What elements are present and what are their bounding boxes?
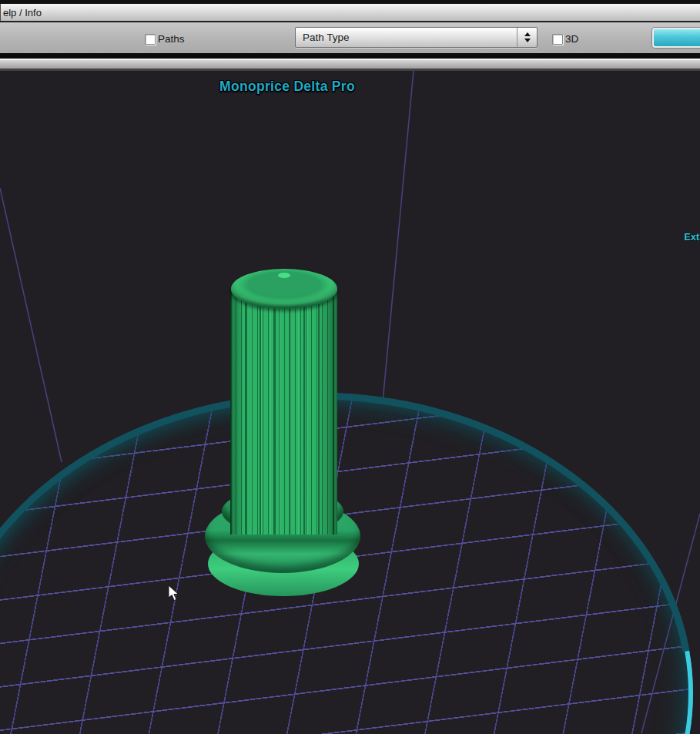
- splitter-handle: [0, 60, 700, 69]
- spinner-up-icon: [524, 32, 531, 36]
- path-type-spinner[interactable]: [517, 28, 537, 47]
- tower-line-middle: [383, 71, 414, 402]
- scene-overlay: [0, 71, 700, 734]
- printer-name-label: Monoprice Delta Pro: [0, 79, 574, 95]
- paths-checkbox[interactable]: [145, 34, 156, 45]
- 3d-checkbox-label: 3D: [565, 33, 578, 45]
- 3d-checkbox-group: 3D: [552, 33, 578, 45]
- tower-line-left: [0, 188, 62, 462]
- paths-checkbox-group: Paths: [145, 33, 185, 45]
- model-column-body: [230, 291, 337, 535]
- paths-checkbox-label: Paths: [158, 33, 185, 45]
- cyan-action-button[interactable]: [652, 28, 700, 48]
- extruder-label: Ext1: [685, 232, 700, 243]
- splitter-gap: [0, 53, 700, 59]
- model-top-nub: [278, 273, 290, 278]
- toolbar: Paths Path Type 3D: [0, 22, 700, 53]
- spinner-down-icon: [524, 39, 531, 42]
- 3d-checkbox[interactable]: [552, 34, 563, 45]
- path-type-dropdown-value: Path Type: [296, 28, 517, 47]
- mouse-cursor-icon: [168, 585, 182, 602]
- menu-item-help-info[interactable]: elp / Info: [0, 4, 46, 21]
- splitter-bar[interactable]: [0, 53, 700, 71]
- application-window: elp / Info Paths Path Type 3D: [0, 0, 700, 734]
- viewport-3d[interactable]: Monoprice Delta Pro Ext1: [0, 71, 700, 734]
- path-type-dropdown[interactable]: Path Type: [295, 27, 538, 48]
- menu-bar: elp / Info: [0, 4, 700, 22]
